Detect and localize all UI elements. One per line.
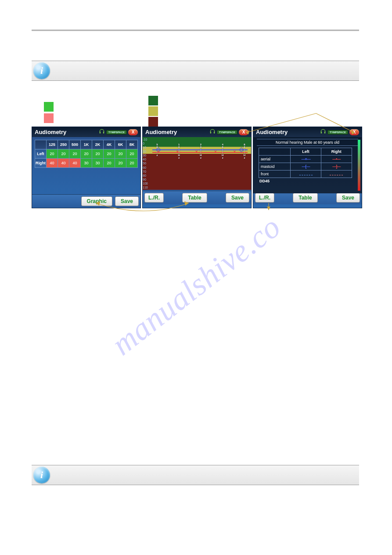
y-tick: 50 [143,162,151,165]
table-row: Right4040403030202020 [35,159,138,168]
swatch-zone-mild [148,106,158,116]
close-button[interactable]: X [239,129,248,135]
legend-symbol-right [321,170,352,178]
legend-col-left: Left [291,148,321,156]
legend-body-wrap: Normal hearing Male at 60 years old Left… [253,137,362,191]
panel-title-text: Audiometry [35,129,66,135]
table-header: 1K [81,140,92,149]
close-button[interactable]: X [128,129,138,135]
table-button[interactable]: Table [182,193,207,203]
y-tick: -10 [143,138,151,141]
legend-col-right: Right [321,148,352,156]
svg-rect-1 [103,132,104,134]
save-button[interactable]: Save [226,193,249,203]
swatch-zone-normal [148,96,158,105]
legend-table: Left Right aerial —×— —•— mastoid —[— —]… [259,148,352,178]
legend-symbol-left: —×— [291,156,321,163]
headphone-icon [99,128,105,136]
table-header: 2K [92,140,104,149]
panels-row: Audiometry TYMPSPACE X 125 250 500 1K [32,127,362,208]
table-body: 125 250 500 1K 2K 4K 6K 8K Left202020202… [32,137,140,194]
table-cell: 20 [126,149,138,159]
y-tick: 90 [143,178,151,181]
table-cell: 20 [47,149,58,159]
save-button[interactable]: Save [115,196,139,206]
table-cell: 40 [47,159,58,168]
info-bar-bottom: i [32,465,359,485]
table-cell: 30 [92,159,104,168]
close-button[interactable]: X [349,129,359,135]
y-tick: 30 [143,154,151,157]
legend-symbol-right: —]— [321,163,352,170]
y-tick: 20 [143,150,151,153]
headphone-icon [209,128,216,136]
legend-footer: DD45 [257,178,358,184]
panel-footer: Graphic Save [32,194,140,208]
divider-top-shadow [32,31,359,31]
table-header: 8K [126,140,138,149]
legend-row-label: aerial [259,156,291,163]
info-icon: i [33,467,50,483]
audiogram-chart: -100102030405060708090100110 500Hz1000Hz… [143,137,251,190]
table-cell: 40 [69,159,81,168]
table-cell: 20 [81,149,92,159]
swatch-normal-bad [44,113,54,123]
y-tick: 100 [143,182,151,185]
panel-graph: Audiometry TYMPSPACE X -1001020304050607… [142,127,252,208]
legend-symbol-left [291,170,321,178]
legend-caption: Normal hearing Male at 60 years old [257,139,358,146]
divider-top [32,30,359,30]
table-header: 4K [104,140,115,149]
table-corner [35,140,47,149]
legend-color-bar [358,140,360,191]
table-cell: 20 [115,159,126,168]
row-label: Right [35,159,47,168]
table-header: 125 [47,140,58,149]
table-cell: 20 [126,159,138,168]
panel-table: Audiometry TYMPSPACE X 125 250 500 1K [32,127,141,208]
row-label: Left [35,149,47,159]
legend-body: Normal hearing Male at 60 years old Left… [253,137,362,193]
legend-row: aerial —×— —•— [259,156,352,163]
status-pill: TYMPSPACE [106,130,127,134]
status-pill: TYMPSPACE [217,130,237,134]
info-icon: i [33,62,50,79]
table-cell: 30 [81,159,92,168]
info-bar-top: i [32,61,359,81]
table-cell: 20 [58,149,69,159]
table-cell: 20 [69,149,81,159]
legend-row: front [259,170,352,178]
table-cell: 20 [104,159,115,168]
y-tick: 80 [143,174,151,177]
legend-corner [259,148,291,156]
panel-title-bar: Audiometry TYMPSPACE X [32,127,140,137]
y-tick: 60 [143,166,151,169]
table-row: Left2020202020202020 [35,149,138,159]
graph-body: -100102030405060708090100110 500Hz1000Hz… [143,137,251,191]
lr-button[interactable]: L./R. [144,193,164,203]
watermark: manualshive.co [104,208,288,363]
lr-button[interactable]: L./R. [255,193,274,203]
y-axis: -100102030405060708090100110 [143,137,151,190]
save-button[interactable]: Save [336,193,360,203]
svg-rect-5 [324,132,325,134]
status-pill: TYMPSPACE [327,130,348,134]
panel-title-text: Audiometry [145,129,177,135]
table-header: 500 [69,140,81,149]
table-button[interactable]: Table [293,193,317,203]
svg-rect-3 [214,132,215,134]
headphone-icon [320,128,326,136]
audiometry-table: 125 250 500 1K 2K 4K 6K 8K Left202020202… [35,140,138,168]
table-cell: 20 [104,149,115,159]
graphic-button[interactable]: Graphic [81,196,112,206]
legend-symbol-left: —[— [291,163,321,170]
table-cell: 20 [92,149,104,159]
table-header: 6K [115,140,126,149]
y-tick: 0 [143,142,151,145]
panel-title-bar: Audiometry TYMPSPACE X [143,127,251,137]
legend-row-label: front [259,170,291,178]
legend-symbol-right: —•— [321,156,352,163]
freq-label: 4000Hz [219,143,227,159]
legend-row-label: mastoid [259,163,291,170]
table-cell: 40 [58,159,69,168]
